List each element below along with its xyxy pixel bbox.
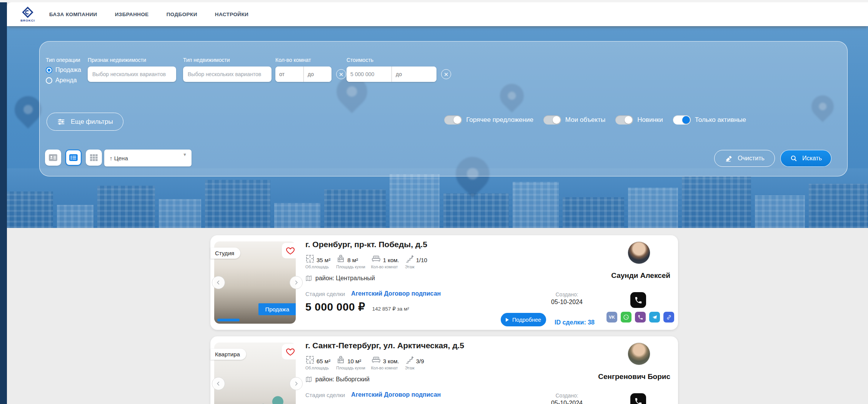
agent-avatar[interactable] [628, 241, 650, 264]
property-type-input[interactable] [183, 67, 272, 82]
sliders-icon [57, 118, 65, 126]
toggle-hot-offer-switch[interactable] [444, 115, 462, 125]
favorite-button[interactable] [282, 344, 299, 359]
building-silhouette [7, 191, 53, 228]
district-row: район: Центральный [305, 275, 598, 282]
toggle-my-objects-switch[interactable] [543, 115, 561, 125]
nav-item-company-base[interactable]: БАЗА КОМПАНИИ [49, 12, 97, 17]
radio-rent-control[interactable] [46, 77, 52, 84]
stairs-icon [405, 254, 414, 263]
rooms-clear-icon[interactable]: ✕ [336, 69, 346, 79]
created-label: Создано: [538, 291, 595, 298]
spec-value: 35 м² [317, 257, 330, 263]
eraser-icon [725, 154, 733, 163]
telegram-icon[interactable] [649, 312, 660, 323]
sort-select[interactable]: ↑ Цена ▼ [104, 150, 192, 166]
listing-specs: 65 м² Об.площадь 10 м² Площадь [305, 355, 598, 370]
photo-prev-button[interactable] [212, 377, 225, 390]
building-silhouette [57, 205, 93, 228]
nav-item-selections[interactable]: ПОДБОРКИ [167, 12, 197, 17]
top-navigation-bar: BROKCI БАЗА КОМПАНИИ ИЗБРАННОЕ ПОДБОРКИ … [7, 2, 868, 26]
price-clear-icon[interactable]: ✕ [441, 69, 451, 79]
building-silhouette [274, 203, 320, 228]
spec-label: Кол-во комнат [371, 264, 399, 269]
price-from-input[interactable] [347, 67, 392, 82]
main-menu: БАЗА КОМПАНИИ ИЗБРАННОЕ ПОДБОРКИ НАСТРОЙ… [49, 12, 248, 17]
card-view-button[interactable] [45, 150, 61, 166]
spec-value: 10 м² [347, 358, 361, 364]
property-attribute-group: Признак недвижимости [88, 57, 176, 82]
search-button[interactable]: Искать [780, 150, 831, 167]
rooms-to-input[interactable] [303, 67, 332, 82]
favorite-button[interactable] [282, 243, 299, 258]
details-button[interactable]: Подробнее [501, 313, 546, 326]
property-attribute-input[interactable] [88, 67, 176, 82]
deal-id[interactable]: ID сделки: 38 [555, 319, 595, 326]
chevron-down-icon: ▼ [183, 152, 187, 157]
listing-results: Продажа Студия г. Оренбург, пр-кт. Побед… [210, 235, 678, 404]
radio-rent[interactable]: Аренда [46, 77, 81, 84]
spec-label: Об.площадь [305, 264, 330, 269]
price-per-m2: 142 857 ₽ за м² [372, 306, 409, 312]
spec-kitchen-area: 10 м² Площадь кухни [336, 355, 365, 370]
brokci-logo[interactable]: BROKCI [15, 7, 40, 22]
photo-prev-button[interactable] [212, 276, 225, 289]
deal-stage-value[interactable]: Агентский Договор подписан [351, 391, 441, 398]
toggle-only-active-label: Только активные [695, 116, 746, 124]
property-attribute-label: Признак недвижимости [88, 57, 176, 63]
toggle-new-items-switch[interactable] [615, 115, 633, 125]
photo-next-button[interactable] [290, 377, 303, 390]
toggle-only-active-switch[interactable] [673, 115, 691, 125]
phone-button[interactable] [630, 393, 646, 404]
agent-avatar[interactable] [628, 342, 650, 365]
rooms-range [275, 67, 332, 82]
search-filter-panel: Тип операции Продажа Аренда Признак недв… [39, 41, 848, 176]
toggle-new-items-label: Новинки [637, 116, 663, 124]
property-kind-badge: Студия [210, 248, 240, 259]
rooms-from-input[interactable] [275, 67, 303, 82]
map-icon [305, 275, 312, 282]
play-icon [506, 318, 509, 322]
toggle-my-objects[interactable]: Мои объекты [543, 115, 605, 125]
list-view-icon [68, 153, 78, 163]
spec-total-area: 65 м² Об.площадь [305, 355, 330, 370]
building-silhouette [443, 193, 509, 228]
photo-next-button[interactable] [290, 276, 303, 289]
listing-card: Продажа Квартира г. Санкт-Петербург, ул.… [210, 336, 678, 404]
radio-sale[interactable]: Продажа [46, 67, 81, 73]
clear-button[interactable]: Очистить [714, 150, 775, 167]
vk-icon[interactable]: VK [606, 312, 617, 323]
link-icon[interactable] [663, 312, 674, 323]
deal-stage-value[interactable]: Агентский Договор подписан [351, 290, 441, 297]
nav-item-settings[interactable]: НАСТРОЙКИ [215, 12, 248, 17]
spec-value: 65 м² [317, 358, 330, 364]
spec-rooms: 3 ком. Кол-во комнат [371, 355, 399, 370]
spec-label: Этаж [405, 264, 429, 269]
spec-value: 1/10 [416, 257, 427, 263]
price-range [347, 67, 436, 82]
toggle-only-active[interactable]: Только активные [673, 115, 746, 125]
toggle-hot-offer[interactable]: Горячее предложение [444, 115, 533, 125]
operation-badge: Продажа [258, 303, 296, 315]
viber-icon[interactable] [635, 312, 646, 323]
radio-sale-control[interactable] [46, 67, 52, 73]
more-filters-button[interactable]: Еще фильтры [47, 113, 123, 131]
nav-item-favorites[interactable]: ИЗБРАННОЕ [115, 12, 149, 17]
grid-view-button[interactable] [86, 150, 102, 166]
phone-button[interactable] [630, 292, 646, 308]
building-silhouette [324, 190, 386, 228]
listing-details: г. Санкт-Петербург, ул. Арктическая, д.5… [305, 341, 598, 398]
whatsapp-icon[interactable] [621, 312, 631, 323]
agent-name: Саунди Алексей [611, 271, 670, 280]
created-date: 05-10-2024 [538, 299, 595, 306]
phone-icon [634, 397, 643, 404]
city-skyline [7, 168, 868, 228]
building-silhouette [809, 184, 868, 228]
filter-actions: Очистить Искать [714, 150, 831, 167]
kitchen-icon [336, 254, 345, 263]
price-to-input[interactable] [392, 67, 436, 82]
listing-specs: 35 м² Об.площадь 8 м² Площадь к [305, 254, 598, 269]
list-view-button[interactable] [65, 150, 82, 166]
phone-icon [634, 296, 643, 304]
toggle-new-items[interactable]: Новинки [615, 115, 663, 125]
